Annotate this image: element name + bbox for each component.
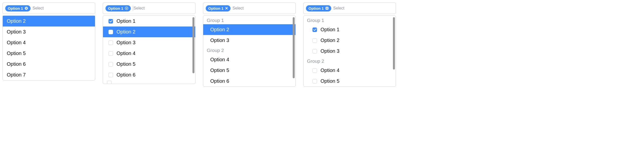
multiselect-basic: Option 1 Select Option 2 Option 3 Option…: [3, 2, 95, 80]
select-trigger[interactable]: Option 1 Select: [303, 2, 396, 14]
dropdown-list: Group 1 Option 2 Option 3 Group 2 Option…: [203, 16, 296, 87]
option-label: Option 2: [7, 18, 26, 24]
checkbox-icon[interactable]: [312, 68, 317, 73]
chip-label: Option 1: [8, 6, 23, 10]
select-placeholder: Select: [33, 6, 44, 10]
checkbox-icon[interactable]: [312, 79, 317, 84]
option[interactable]: Option 2: [203, 24, 295, 35]
option[interactable]: Option 1: [103, 16, 195, 26]
multiselect-grouped-checkboxes: Option 1 Select Group 1 Option 1 Option …: [303, 2, 396, 87]
checkbox-icon[interactable]: [109, 30, 113, 34]
option-label: Option 4: [7, 40, 26, 46]
option-label: Option 3: [320, 48, 340, 54]
option-label: Option 5: [7, 50, 26, 56]
option-label: Option 5: [210, 68, 229, 73]
option[interactable]: Option 6: [3, 59, 95, 70]
scrollbar-thumb[interactable]: [393, 17, 395, 70]
group-label: Group 2: [203, 46, 295, 54]
dropdown-list: Option 1 Option 2 Option 3 Option 4 Opti…: [103, 16, 195, 84]
selected-chip[interactable]: Option 1: [105, 5, 131, 12]
checkbox-icon[interactable]: [109, 62, 113, 66]
option[interactable]: Option 2: [303, 35, 396, 46]
select-placeholder: Select: [233, 6, 244, 10]
dropdown-list: Option 2 Option 3 Option 4 Option 5 Opti…: [3, 16, 95, 80]
group-label: Group 1: [203, 16, 295, 24]
option-label: Option 4: [117, 50, 136, 56]
option[interactable]: Option 6: [103, 70, 195, 80]
chip-label: Option 1: [308, 6, 324, 10]
remove-x-icon[interactable]: [225, 7, 228, 10]
option[interactable]: Option 2: [3, 16, 95, 26]
dropdown-list: Group 1 Option 1 Option 2 Option 3 Group…: [303, 16, 396, 87]
option[interactable]: Option 6: [203, 76, 295, 86]
option[interactable]: Option 7: [3, 70, 95, 80]
multiselect-checkboxes: Option 1 Select Option 1 Option 2 Option…: [103, 2, 195, 84]
select-trigger[interactable]: Option 1 Select: [3, 2, 95, 14]
scrollbar-thumb[interactable]: [293, 17, 295, 78]
scrollbar-thumb[interactable]: [192, 17, 194, 73]
option[interactable]: Option 3: [203, 35, 295, 46]
option-label: Option 3: [7, 29, 26, 35]
remove-x-circle-icon[interactable]: [25, 6, 28, 10]
select-trigger[interactable]: Option 1 Select: [103, 2, 195, 14]
checkbox-icon[interactable]: [312, 38, 317, 43]
option-label: Option 6: [117, 72, 136, 78]
option[interactable]: Option 3: [303, 46, 396, 56]
select-trigger[interactable]: Option 1 Select: [203, 2, 296, 14]
multiselect-grouped: Option 1 Select Group 1 Option 2 Option …: [203, 2, 296, 87]
remove-circle-dot-icon[interactable]: [125, 6, 128, 10]
checkbox-checked-icon[interactable]: [109, 19, 113, 24]
option-label: Option 1: [117, 18, 136, 24]
checkbox-icon[interactable]: [107, 81, 112, 84]
scrollbar[interactable]: [192, 17, 194, 82]
group-label: Group 2: [303, 56, 396, 65]
option-cutoff[interactable]: [103, 80, 195, 84]
chip-label: Option 1: [108, 6, 123, 10]
option[interactable]: Option 1: [303, 24, 396, 35]
option-label: Option 1: [320, 27, 340, 32]
select-placeholder: Select: [133, 6, 145, 11]
scrollbar[interactable]: [293, 17, 295, 85]
option-label: Option 3: [210, 38, 229, 43]
option-label: Option 2: [320, 38, 340, 43]
option[interactable]: Option 4: [103, 48, 195, 59]
option[interactable]: Option 4: [203, 54, 295, 65]
option-label: Option 5: [320, 78, 340, 84]
option-label: Option 7: [7, 72, 26, 78]
option-label: Option 2: [117, 29, 136, 35]
scrollbar[interactable]: [393, 17, 395, 85]
option[interactable]: Option 5: [203, 65, 295, 76]
option-label: Option 5: [117, 61, 136, 67]
option[interactable]: Option 4: [303, 65, 396, 76]
checkbox-icon[interactable]: [109, 40, 113, 45]
checkbox-icon[interactable]: [312, 49, 317, 54]
option-label: Option 4: [210, 57, 229, 62]
selected-chip[interactable]: Option 1: [5, 5, 31, 12]
option[interactable]: Option 2: [103, 26, 195, 37]
svg-point-2: [126, 8, 127, 9]
option[interactable]: Option 5: [3, 48, 95, 59]
group-label: Group 1: [303, 16, 396, 24]
option-label: Option 3: [117, 40, 136, 46]
option-label: Option 2: [210, 27, 229, 32]
checkbox-icon[interactable]: [109, 73, 113, 77]
option[interactable]: Option 3: [103, 37, 195, 48]
checkbox-icon[interactable]: [109, 51, 113, 56]
option[interactable]: Option 3: [3, 26, 95, 37]
option[interactable]: Option 4: [3, 37, 95, 48]
remove-square-x-icon[interactable]: [325, 6, 329, 10]
selected-chip[interactable]: Option 1: [306, 5, 331, 12]
chip-label: Option 1: [208, 6, 224, 10]
option-label: Option 4: [320, 68, 340, 73]
option-label: Option 6: [7, 61, 26, 67]
selected-chip[interactable]: Option 1: [206, 5, 231, 12]
select-placeholder: Select: [333, 6, 344, 10]
option[interactable]: Option 5: [303, 76, 396, 86]
option-label: Option 6: [210, 78, 229, 84]
option[interactable]: Option 5: [103, 59, 195, 70]
checkbox-checked-icon[interactable]: [312, 28, 317, 32]
